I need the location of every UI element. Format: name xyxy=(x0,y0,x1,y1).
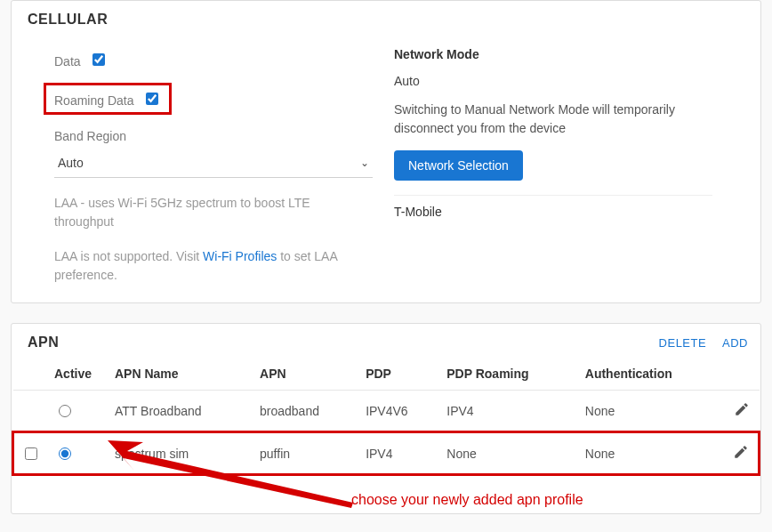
apn-row-name: ATT Broadband xyxy=(108,391,253,432)
apn-col-select xyxy=(13,358,48,391)
edit-icon[interactable] xyxy=(733,448,749,463)
apn-col-name: APN Name xyxy=(108,358,253,391)
apn-delete-button[interactable]: DELETE xyxy=(659,336,707,350)
apn-row-name: spectrum sim xyxy=(108,432,253,475)
network-selection-button[interactable]: Network Selection xyxy=(394,150,523,181)
data-checkbox[interactable] xyxy=(92,53,105,66)
data-field: Data xyxy=(54,51,373,69)
laa-note-2-pre: LAA is not supported. Visit xyxy=(54,249,203,263)
operator-value: T-Mobile xyxy=(394,195,712,219)
roaming-highlight-box: Roaming Data xyxy=(44,83,172,115)
cellular-title: CELLULAR xyxy=(12,1,760,31)
apn-col-active: Active xyxy=(47,358,108,391)
wifi-profiles-link[interactable]: Wi-Fi Profiles xyxy=(203,249,277,263)
apn-row-active-radio[interactable] xyxy=(59,405,71,417)
apn-row-pdp-roaming: None xyxy=(439,432,578,475)
band-region-select[interactable]: Auto ⌄ xyxy=(54,149,373,178)
apn-row-pdp: IPV4 xyxy=(358,432,439,475)
apn-row-auth: None xyxy=(578,432,724,475)
apn-col-pdp-roaming: PDP Roaming xyxy=(439,358,578,391)
roaming-data-checkbox[interactable] xyxy=(146,93,158,105)
band-region-value: Auto xyxy=(58,156,84,170)
apn-row-select-checkbox[interactable] xyxy=(25,447,37,460)
roaming-data-label: Roaming Data xyxy=(54,93,134,108)
apn-row-apn: broadband xyxy=(253,391,358,432)
apn-table: Active APN Name APN PDP PDP Roaming Auth… xyxy=(12,358,760,476)
apn-panel: APN DELETE ADD Active APN Name APN PDP P… xyxy=(11,323,761,514)
table-row: spectrum simpuffinIPV4NoneNone xyxy=(13,432,760,475)
network-mode-note: Switching to Manual Network Mode will te… xyxy=(394,101,712,138)
apn-title: APN xyxy=(24,333,62,352)
band-region-label: Band Region xyxy=(54,129,373,143)
laa-note-1: LAA - uses Wi-Fi 5GHz spectrum to boost … xyxy=(54,194,373,231)
edit-icon[interactable] xyxy=(734,406,750,420)
laa-note-2: LAA is not supported. Visit Wi-Fi Profil… xyxy=(54,247,373,285)
apn-col-pdp: PDP xyxy=(358,358,439,391)
apn-row-active-radio[interactable] xyxy=(59,447,71,460)
network-mode-value: Auto xyxy=(394,74,712,88)
apn-add-button[interactable]: ADD xyxy=(722,336,748,350)
apn-col-apn: APN xyxy=(253,358,358,391)
apn-col-auth: Authentication xyxy=(578,358,724,391)
apn-row-pdp: IPV4V6 xyxy=(358,391,439,432)
apn-row-pdp-roaming: IPV4 xyxy=(439,391,578,432)
apn-row-auth: None xyxy=(578,391,724,432)
table-row: ATT BroadbandbroadbandIPV4V6IPV4None xyxy=(13,391,760,432)
apn-col-edit xyxy=(724,358,760,391)
data-label: Data xyxy=(54,54,81,69)
apn-row-apn: puffin xyxy=(253,432,358,475)
cellular-panel: CELLULAR Data Roaming Data Band Region A… xyxy=(11,0,761,303)
chevron-down-icon: ⌄ xyxy=(360,157,369,169)
network-mode-title: Network Mode xyxy=(394,47,712,61)
